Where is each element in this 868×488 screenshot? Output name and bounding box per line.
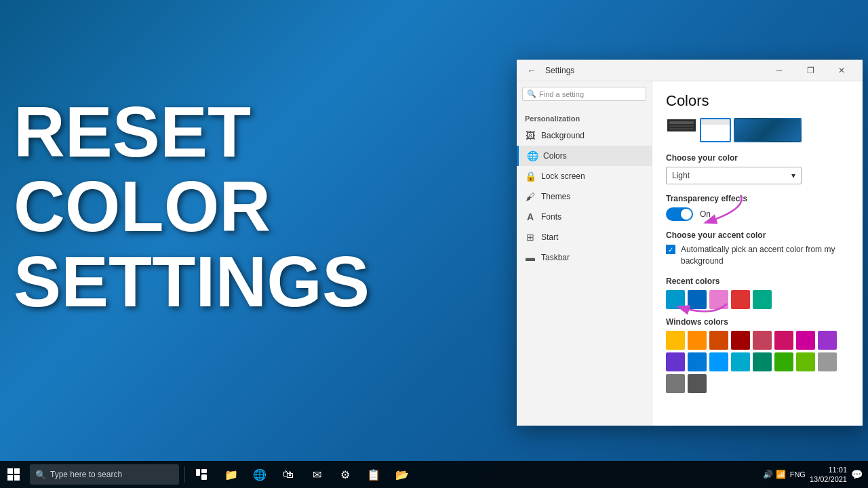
app-icon-5[interactable]: 📋: [360, 461, 387, 488]
taskbar-icons-tray: 🔊 📶: [763, 470, 785, 479]
taskbar-app-icons: 📁 🌐 🛍 ✉ ⚙ 📋 📂: [218, 461, 416, 488]
svg-rect-5: [201, 469, 207, 473]
search-icon: 🔍: [527, 89, 536, 98]
taskbar-right-area: 🔊 📶 FNG 11:01 13/02/2021 💬: [763, 465, 868, 485]
windows-color-swatch[interactable]: [753, 331, 772, 350]
choose-color-label: Choose your color: [666, 153, 849, 163]
sidebar-search-placeholder: Find a setting: [539, 90, 584, 98]
chrome-icon[interactable]: ⚙: [332, 461, 359, 488]
thumb-dark-bar-1: [669, 121, 694, 124]
windows-color-swatch[interactable]: [666, 352, 685, 371]
window-body: 🔍 Find a setting Personalization 🖼 Backg…: [517, 81, 863, 426]
window-controls: ─ ❐ ✕: [764, 60, 857, 81]
transparency-toggle-row: On: [666, 207, 849, 221]
svg-rect-1: [14, 468, 20, 474]
fonts-icon: A: [525, 211, 536, 222]
windows-color-swatch[interactable]: [731, 352, 750, 371]
themes-icon: 🖌: [525, 191, 536, 202]
mail-icon[interactable]: ✉: [303, 461, 330, 488]
sidebar-item-start-label: Start: [541, 232, 558, 242]
start-button[interactable]: [0, 461, 27, 488]
sidebar-item-lockscreen-label: Lock screen: [541, 171, 585, 181]
start-icon: ⊞: [525, 232, 536, 243]
taskbar-search-box[interactable]: 🔍 Type here to search: [30, 464, 179, 485]
sidebar-item-colors-label: Colors: [543, 151, 567, 161]
taskbar-separator-1: [184, 466, 185, 483]
windows-colors-label: Windows colors: [666, 317, 849, 327]
windows-color-swatch[interactable]: [688, 331, 707, 350]
lockscreen-icon: 🔒: [525, 171, 536, 182]
recent-color-swatch[interactable]: [731, 290, 750, 309]
recent-colors-label: Recent colors: [666, 277, 849, 286]
sidebar-item-start[interactable]: ⊞ Start: [517, 227, 652, 247]
windows-color-swatch[interactable]: [774, 331, 793, 350]
edge-icon[interactable]: 🌐: [246, 461, 273, 488]
taskbar-time-value: 11:01: [810, 465, 847, 474]
windows-color-swatch[interactable]: [666, 374, 685, 393]
thumb-dark-line-2: [669, 128, 694, 129]
window-back-button[interactable]: ←: [522, 61, 541, 80]
thumb-dark-line-1: [669, 125, 694, 127]
color-mode-value: Light: [672, 171, 690, 180]
window-title: Settings: [545, 66, 574, 75]
theme-thumb-light[interactable]: [700, 118, 731, 142]
sidebar-item-fonts[interactable]: A Fonts: [517, 207, 652, 227]
sidebar-item-taskbar[interactable]: ▬ Taskbar: [517, 247, 652, 268]
windows-color-swatch[interactable]: [818, 352, 837, 371]
background-icon: 🖼: [525, 130, 536, 141]
recent-color-swatch[interactable]: [753, 290, 772, 309]
desktop-text-block: RESET COLOR SETTINGS: [14, 95, 370, 319]
sidebar-item-taskbar-label: Taskbar: [541, 253, 570, 262]
auto-accent-checkbox[interactable]: ✓: [666, 245, 675, 254]
sidebar-item-themes-label: Themes: [541, 192, 570, 201]
svg-rect-3: [14, 475, 20, 481]
recent-color-swatch[interactable]: [688, 290, 707, 309]
windows-color-swatch[interactable]: [774, 352, 793, 371]
minimize-button[interactable]: ─: [764, 60, 795, 81]
recent-color-swatch[interactable]: [709, 290, 728, 309]
sidebar-section-label: Personalization: [517, 106, 652, 125]
app-icon-6[interactable]: 📂: [389, 461, 416, 488]
sidebar-item-background[interactable]: 🖼 Background: [517, 125, 652, 146]
desktop-line-1: RESET: [14, 95, 370, 169]
windows-color-swatch[interactable]: [666, 331, 685, 350]
taskbar-icon-sidebar: ▬: [525, 252, 536, 263]
theme-thumbnails: [666, 118, 849, 142]
windows-color-swatch[interactable]: [688, 374, 707, 393]
explorer-icon[interactable]: 📁: [218, 461, 245, 488]
windows-color-swatch[interactable]: [796, 331, 815, 350]
main-title: Colors: [666, 92, 849, 110]
store-icon[interactable]: 🛍: [275, 461, 302, 488]
notification-icon[interactable]: 💬: [851, 469, 863, 480]
taskview-button[interactable]: [188, 461, 215, 488]
fng-label: FNG: [790, 470, 806, 479]
theme-thumb-wallpaper[interactable]: [734, 118, 802, 142]
restore-button[interactable]: ❐: [795, 60, 826, 81]
sidebar-item-themes[interactable]: 🖌 Themes: [517, 186, 652, 207]
taskbar-clock: 11:01 13/02/2021: [810, 465, 847, 485]
color-mode-dropdown[interactable]: Light ▾: [666, 167, 802, 184]
taskbar-date-value: 13/02/2021: [810, 474, 847, 484]
windows-color-swatch[interactable]: [709, 352, 728, 371]
transparency-label: Transparency effects: [666, 194, 849, 203]
svg-rect-2: [7, 475, 13, 481]
windows-color-swatch[interactable]: [818, 331, 837, 350]
chevron-down-icon: ▾: [791, 171, 795, 180]
sidebar-search-box[interactable]: 🔍 Find a setting: [522, 87, 646, 101]
windows-color-swatch[interactable]: [688, 352, 707, 371]
windows-colors-row: [666, 331, 849, 393]
window-titlebar: ← Settings ─ ❐ ✕: [517, 60, 863, 81]
toggle-knob: [681, 209, 692, 220]
accent-color-label: Choose your accent color: [666, 230, 849, 240]
sidebar-item-lockscreen[interactable]: 🔒 Lock screen: [517, 166, 652, 186]
windows-color-swatch[interactable]: [796, 352, 815, 371]
close-button[interactable]: ✕: [826, 60, 857, 81]
recent-color-swatch[interactable]: [666, 290, 685, 309]
transparency-toggle[interactable]: [666, 207, 693, 221]
settings-window: ← Settings ─ ❐ ✕ 🔍 Find a setting Person…: [517, 60, 863, 426]
windows-color-swatch[interactable]: [709, 331, 728, 350]
windows-color-swatch[interactable]: [753, 352, 772, 371]
theme-thumb-dark[interactable]: [666, 118, 697, 142]
sidebar-item-colors[interactable]: 🌐 Colors: [517, 146, 652, 166]
windows-color-swatch[interactable]: [731, 331, 750, 350]
